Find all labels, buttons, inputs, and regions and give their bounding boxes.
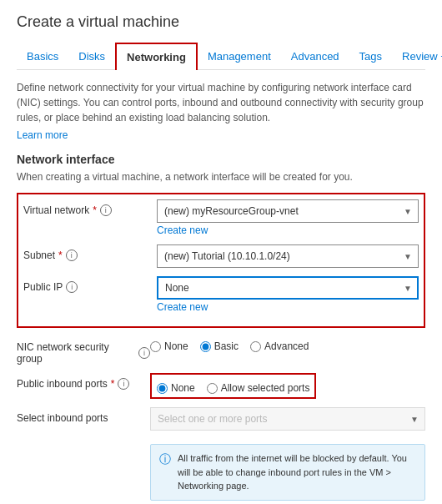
public-inbound-ports-label: Public inbound ports * i (17, 373, 150, 390)
select-inbound-ports-label: Select inbound ports (17, 407, 150, 424)
virtual-network-label: Virtual network * i (23, 199, 157, 216)
public-ip-row: Public IP i None ▼ Create new (23, 276, 419, 313)
virtual-network-info-icon[interactable]: i (100, 204, 112, 216)
inbound-ports-box: None Allow selected ports (150, 373, 316, 399)
learn-more-link[interactable]: Learn more (17, 129, 68, 141)
tab-review-create[interactable]: Review + create (392, 43, 442, 69)
subnet-select[interactable]: (new) Tutorial (10.10.1.0/24) (157, 244, 419, 268)
info-box-row: ⓘ All traffic from the internet will be … (17, 439, 425, 501)
network-fields-box: Virtual network * i (new) myResourceGrou… (17, 193, 425, 328)
subnet-select-wrapper: (new) Tutorial (10.10.1.0/24) ▼ (157, 244, 419, 268)
public-ip-control: None ▼ Create new (157, 276, 419, 313)
nic-security-radio-group: None Basic Advanced (150, 336, 425, 352)
public-ip-label: Public IP i (23, 276, 157, 293)
subnet-row: Subnet * i (new) Tutorial (10.10.1.0/24)… (23, 244, 419, 268)
public-inbound-ports-control: None Allow selected ports (150, 373, 425, 399)
info-box-icon: ⓘ (159, 452, 171, 467)
nic-security-control: None Basic Advanced (150, 336, 425, 352)
select-inbound-ports-control: Select one or more ports ▼ (150, 407, 425, 431)
networking-description: Define network connectivity for your vir… (17, 80, 425, 125)
tab-basics[interactable]: Basics (17, 43, 68, 69)
nic-security-info-icon[interactable]: i (138, 347, 150, 359)
inbound-none[interactable]: None (157, 382, 195, 394)
inbound-allow-selected[interactable]: Allow selected ports (207, 382, 310, 394)
tab-management[interactable]: Management (198, 43, 281, 69)
inbound-ports-select-wrapper: Select one or more ports ▼ (150, 407, 425, 431)
public-ip-info-icon[interactable]: i (66, 281, 78, 293)
tab-advanced[interactable]: Advanced (281, 43, 349, 69)
nic-security-none[interactable]: None (150, 340, 188, 352)
subnet-label: Subnet * i (23, 244, 157, 261)
nic-security-row: NIC network security group i None Basic … (17, 336, 425, 365)
subnet-info-icon[interactable]: i (66, 249, 78, 261)
public-ip-select-wrapper: None ▼ (157, 276, 419, 300)
virtual-network-row: Virtual network * i (new) myResourceGrou… (23, 199, 419, 236)
inbound-ports-radio-group: None Allow selected ports (157, 378, 309, 394)
virtual-network-control: (new) myResourceGroup-vnet ▼ Create new (157, 199, 419, 236)
public-inbound-ports-row: Public inbound ports * i None Allow sele… (17, 373, 425, 399)
tab-tags[interactable]: Tags (349, 43, 392, 69)
public-ip-select[interactable]: None (157, 276, 419, 300)
tab-bar: Basics Disks Networking Management Advan… (17, 43, 425, 70)
tab-disks[interactable]: Disks (68, 43, 115, 69)
select-inbound-ports-row: Select inbound ports Select one or more … (17, 407, 425, 431)
virtual-network-select[interactable]: (new) myResourceGroup-vnet (157, 199, 419, 223)
network-interface-section: Network interface When creating a virtua… (17, 153, 425, 501)
public-ip-create-new[interactable]: Create new (157, 301, 208, 313)
tab-networking[interactable]: Networking (115, 43, 198, 70)
inbound-ports-select[interactable]: Select one or more ports (150, 407, 425, 431)
nic-security-advanced[interactable]: Advanced (250, 340, 309, 352)
info-box-text: All traffic from the internet will be bl… (178, 451, 416, 493)
virtual-network-create-new[interactable]: Create new (157, 224, 208, 236)
subnet-control: (new) Tutorial (10.10.1.0/24) ▼ (157, 244, 419, 268)
nic-security-basic[interactable]: Basic (200, 340, 239, 352)
virtual-network-select-wrapper: (new) myResourceGroup-vnet ▼ (157, 199, 419, 223)
network-interface-desc: When creating a virtual machine, a netwo… (17, 171, 425, 183)
nic-security-label: NIC network security group i (17, 336, 150, 365)
inbound-info-box: ⓘ All traffic from the internet will be … (150, 444, 425, 501)
network-interface-title: Network interface (17, 153, 425, 166)
public-inbound-ports-info-icon[interactable]: i (118, 378, 129, 390)
page-title: Create a virtual machine (17, 13, 425, 31)
